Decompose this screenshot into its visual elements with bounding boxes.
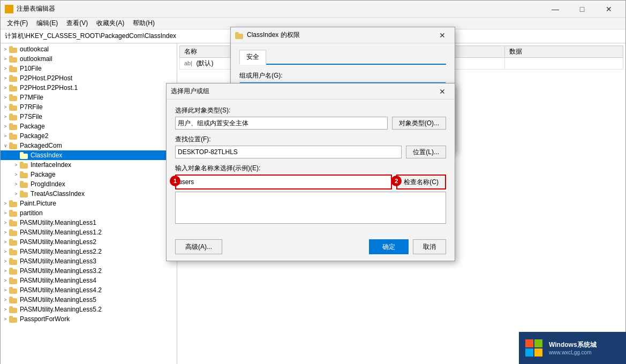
- app-title: 注册表编辑器: [17, 4, 543, 13]
- svg-rect-3: [534, 348, 542, 357]
- folder-icon: [20, 180, 28, 188]
- tree-item-package2[interactable]: > Package2: [1, 131, 177, 141]
- tree-item-pasmutility3-2[interactable]: > PASMUtility.MeaningLess3.2: [1, 266, 177, 276]
- tree-item-partition[interactable]: > partition: [1, 208, 177, 218]
- tree-item-p2phost[interactable]: > P2PHost.P2PHost: [1, 73, 177, 83]
- close-button[interactable]: ✕: [597, 1, 621, 18]
- badge-1: 1: [170, 176, 180, 186]
- input-name-wrapper: 1 2 检查名称(C): [175, 175, 446, 225]
- tree-item-package[interactable]: > Package: [1, 122, 177, 131]
- tree-item-pasmutility1-2[interactable]: > PASMUtility.MeaningLess1.2: [1, 228, 177, 237]
- menu-favorites[interactable]: 收藏夹(A): [92, 18, 129, 29]
- tree-item-p10file[interactable]: > P10File: [1, 64, 177, 73]
- tree-item-paintpicture[interactable]: > Paint.Picture: [1, 199, 177, 208]
- tree-item-progidindex[interactable]: > ProgIdIndex: [1, 179, 177, 189]
- expand-icon: >: [3, 297, 8, 302]
- folder-icon: [9, 267, 18, 275]
- tree-label: PASMUtility.MeaningLess5: [20, 296, 96, 304]
- folder-icon: [9, 200, 18, 207]
- input-name-row: 2 检查名称(C): [175, 175, 446, 189]
- tree-item-p2phost1[interactable]: > P2PHost.P2PHost.1: [1, 83, 177, 93]
- tree-label: Paint.Picture: [20, 200, 56, 207]
- tree-item-pasmutility4[interactable]: > PASMUtility.MeaningLess4: [1, 276, 177, 285]
- group-users-label: 组或用户名(G):: [239, 71, 446, 80]
- tree-item-pasmutility4-2[interactable]: > PASMUtility.MeaningLess4.2: [1, 285, 177, 295]
- menu-file[interactable]: 文件(F): [3, 18, 32, 29]
- tree-item-treatasclassindex[interactable]: > TreatAsClassIndex: [1, 189, 177, 199]
- select-user-dialog: 选择用户或组 ✕ 选择此对象类型(S): 对象类型(O)... 查找位置(F):…: [166, 83, 455, 261]
- permissions-close-button[interactable]: ✕: [434, 28, 450, 43]
- advanced-button[interactable]: 高级(A)...: [175, 239, 222, 254]
- tree-item-outlookmail[interactable]: > outlookmail: [1, 54, 177, 64]
- select-user-cancel-button[interactable]: 取消: [413, 239, 446, 254]
- expand-icon: >: [3, 114, 8, 119]
- location-row: 位置(L)...: [175, 146, 446, 158]
- tree-label: InterfaceIndex: [31, 161, 71, 169]
- minimize-button[interactable]: —: [543, 1, 568, 18]
- folder-icon: [9, 113, 18, 120]
- object-name-input[interactable]: [175, 175, 392, 189]
- tree-item-p7mfile[interactable]: > P7MFile: [1, 93, 177, 102]
- tree-item-pasmutility5-2[interactable]: > PASMUtility.MeaningLess5.2: [1, 305, 177, 314]
- folder-icon: [9, 277, 18, 284]
- folder-icon: [20, 161, 28, 169]
- tab-security[interactable]: 安全: [239, 50, 266, 65]
- check-name-button[interactable]: 检查名称(C): [396, 175, 446, 189]
- tree-item-classindex[interactable]: ClassIndex: [1, 150, 177, 160]
- folder-icon: [9, 142, 18, 149]
- tree-label: PASMUtility.MeaningLess4: [20, 277, 96, 284]
- expand-icon: >: [3, 124, 8, 129]
- tree-item-pasmutility2[interactable]: > PASMUtility.MeaningLess2: [1, 237, 177, 247]
- tree-item-interfaceindex[interactable]: > InterfaceIndex: [1, 160, 177, 170]
- select-user-close-button[interactable]: ✕: [434, 84, 450, 99]
- folder-icon: [9, 84, 18, 92]
- tree-item-pasmutility2-2[interactable]: > PASMUtility.MeaningLess2.2: [1, 247, 177, 256]
- tree-label: PASMUtility.MeaningLess3: [20, 257, 96, 265]
- expand-icon: >: [3, 287, 8, 293]
- tree-item-p7rfile[interactable]: > P7RFile: [1, 102, 177, 112]
- object-type-row: 对象类型(O)...: [175, 117, 446, 130]
- check-name-wrapper: 2 检查名称(C): [396, 175, 446, 189]
- folder-icon: [9, 209, 18, 217]
- location-button[interactable]: 位置(L)...: [406, 146, 446, 158]
- location-input[interactable]: [175, 146, 402, 158]
- registry-tree[interactable]: > outlookcal > outlookmail > P10File > P…: [1, 43, 177, 364]
- folder-icon: [9, 46, 18, 53]
- expand-icon: >: [3, 278, 8, 283]
- tree-label: PASMUtility.MeaningLess2: [20, 238, 96, 246]
- object-type-button[interactable]: 对象类型(O)...: [392, 117, 446, 130]
- footer-right: 确定 取消: [369, 239, 446, 254]
- tree-item-pasmutility5[interactable]: > PASMUtility.MeaningLess5: [1, 295, 177, 305]
- tree-label: ClassIndex: [31, 151, 62, 159]
- menu-view[interactable]: 查看(V): [62, 18, 92, 29]
- menu-edit[interactable]: 编辑(E): [32, 18, 62, 29]
- tree-item-passportforwork[interactable]: > PassportForWork: [1, 314, 177, 324]
- menu-help[interactable]: 帮助(H): [129, 18, 159, 29]
- expand-icon: >: [3, 220, 8, 225]
- expand-icon: >: [3, 201, 8, 206]
- object-type-input[interactable]: [175, 117, 388, 130]
- tree-item-p7sfile[interactable]: > P7SFile: [1, 112, 177, 122]
- tree-item-pasmutility3[interactable]: > PASMUtility.MeaningLess3: [1, 256, 177, 266]
- permissions-title: ClassIndex 的权限: [247, 31, 434, 40]
- tree-item-pasmutility1[interactable]: > PASMUtility.MeaningLess1: [1, 218, 177, 228]
- select-user-footer: 高级(A)... 确定 取消: [167, 235, 455, 261]
- tree-item-package-sub[interactable]: > Package: [1, 170, 177, 179]
- folder-icon: [9, 74, 18, 82]
- folder-icon: [9, 219, 18, 226]
- tree-item-packagedcom[interactable]: ∨ PackagedCom: [1, 141, 177, 150]
- maximize-button[interactable]: □: [570, 1, 594, 18]
- tree-label: P7MFile: [20, 94, 43, 101]
- tree-label: Package: [20, 123, 45, 130]
- folder-icon: [9, 306, 18, 313]
- select-user-confirm-button[interactable]: 确定: [369, 239, 409, 254]
- svg-rect-0: [525, 339, 533, 347]
- location-section: 查找位置(F): 位置(L)...: [175, 135, 446, 158]
- object-name-textarea[interactable]: [175, 192, 446, 224]
- tree-label: P2PHost.P2PHost: [20, 74, 72, 82]
- tree-item-outlookcal[interactable]: > outlookcal: [1, 44, 177, 54]
- folder-icon: [9, 123, 18, 130]
- folder-icon: [9, 94, 18, 101]
- expand-icon: >: [3, 210, 8, 216]
- cell-name-text: (默认): [196, 59, 213, 67]
